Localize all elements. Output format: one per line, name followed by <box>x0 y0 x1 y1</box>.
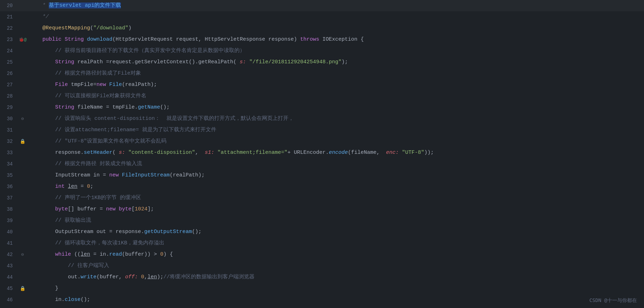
code-line: 47 <box>0 306 644 308</box>
code-line: 24 // 获得当前项目路径下的下载文件（真实开发中文件名肯定是从数据中读取的） <box>0 45 644 57</box>
code-line: 41 // 循环读取文件，每次读1KB，避免内存溢出 <box>0 238 644 249</box>
line-number: 29 <box>0 105 18 110</box>
line-number: 40 <box>0 229 18 235</box>
line-content: File tmpFile=new File(realPath); <box>27 79 644 91</box>
line-number: 41 <box>0 240 18 246</box>
line-content: in.close(); <box>27 294 644 306</box>
line-number: 46 <box>0 297 18 303</box>
code-line: 31 // 设置attachment;filename= 就是为了以下载方式来打… <box>0 124 644 136</box>
code-line: 37 // 声明了一个1KB的字节 的缓冲区 <box>0 192 644 204</box>
line-content: String fileName = tmpFile.getName(); <box>27 102 644 113</box>
code-line: 42⊖ while ((len = in.read(buffer)) > 0) … <box>0 249 644 260</box>
line-content: while ((len = in.read(buffer)) > 0) { <box>27 249 644 260</box>
code-line: 23🐞@ public String download(HttpServletR… <box>0 34 644 45</box>
line-number: 21 <box>0 14 18 20</box>
code-line: 30⊖ // 设置响应头 content-disposition： 就是设置文件… <box>0 113 644 124</box>
line-number: 23 <box>0 37 18 42</box>
line-content: response.setHeader( s: "content-disposit… <box>27 147 644 158</box>
line-number: 33 <box>0 150 18 156</box>
line-content: // "UTF-8"设置如果文件名有中文就不会乱码 <box>27 136 644 147</box>
line-content: int len = 0; <box>27 181 644 192</box>
code-line: 33 response.setHeader( s: "content-dispo… <box>0 147 644 158</box>
line-content: // 获得当前项目路径下的下载文件（真实开发中文件名肯定是从数据中读取的） <box>27 45 644 57</box>
line-content: // 可以直接根据File对象获得文件名 <box>27 91 644 102</box>
line-content: // 循环读取文件，每次读1KB，避免内存溢出 <box>27 238 644 249</box>
line-number: 30 <box>0 116 18 122</box>
line-number: 36 <box>0 184 18 190</box>
line-content: // 根据文件路径 封装成文件输入流 <box>27 158 644 170</box>
code-line: 22 @RequestMapping("/download") <box>0 23 644 34</box>
line-number: 43 <box>0 263 18 269</box>
line-number: 25 <box>0 59 18 65</box>
code-line: 29 String fileName = tmpFile.getName(); <box>0 102 644 113</box>
code-line: 35 InputStream in = new FileInputStream(… <box>0 170 644 181</box>
code-line: 20 * 基于servlet api的文件下载 <box>0 0 644 11</box>
line-content: InputStream in = new FileInputStream(rea… <box>27 170 644 181</box>
line-content: public String download(HttpServletReques… <box>27 34 644 45</box>
line-content: * 基于servlet api的文件下载 <box>27 0 644 11</box>
code-line: 46 in.close(); <box>0 294 644 306</box>
line-content: byte[] buffer = new byte[1024]; <box>27 204 644 215</box>
code-line: 25 String realPath =request.getServletCo… <box>0 57 644 68</box>
fold-icon[interactable]: ⊖ <box>21 116 24 122</box>
line-number: 45 <box>0 286 18 291</box>
gutter-icons: 🐞@ <box>19 37 27 42</box>
line-number: 27 <box>0 82 18 88</box>
line-number: 28 <box>0 93 18 99</box>
code-line: 45🔒 } <box>0 283 644 294</box>
lock-icon: 🔒 <box>20 139 25 144</box>
line-number: 42 <box>0 252 18 257</box>
line-number: 32 <box>0 139 18 144</box>
watermark: CSDN @十一与你都在 <box>589 297 637 304</box>
code-line: 38 byte[] buffer = new byte[1024]; <box>0 204 644 215</box>
line-number: 44 <box>0 274 18 280</box>
code-line: 36 int len = 0; <box>0 181 644 192</box>
line-gutter: 🔒 <box>18 286 27 291</box>
fold-icon[interactable]: ⊖ <box>21 252 24 257</box>
line-number: 24 <box>0 48 18 54</box>
line-content: @RequestMapping("/download") <box>27 23 644 34</box>
code-line: 32🔒 // "UTF-8"设置如果文件名有中文就不会乱码 <box>0 136 644 147</box>
line-content: */ <box>27 11 644 23</box>
code-line: 43 // 往客户端写入 <box>0 260 644 272</box>
line-number: 31 <box>0 127 18 133</box>
code-line: 28 // 可以直接根据File对象获得文件名 <box>0 91 644 102</box>
code-line: 44 out.write(buffer, off: 0,len);//将缓冲区的… <box>0 272 644 283</box>
line-content: } <box>27 283 644 294</box>
line-number: 22 <box>0 25 18 31</box>
line-content: // 设置attachment;filename= 就是为了以下载方式来打开文件 <box>27 124 644 136</box>
line-content: // 往客户端写入 <box>27 260 644 272</box>
line-content: out.write(buffer, off: 0,len);//将缓冲区的数据输… <box>27 272 644 283</box>
line-content: // 设置响应头 content-disposition： 就是设置文件下载的打… <box>27 113 644 124</box>
line-gutter: ⊖ <box>18 252 27 257</box>
code-line: 21 */ <box>0 11 644 23</box>
lock-icon: 🔒 <box>20 286 25 291</box>
code-editor: 20 * 基于servlet api的文件下载21 */22 @RequestM… <box>0 0 644 308</box>
line-number: 20 <box>0 3 18 8</box>
line-number: 37 <box>0 195 18 201</box>
line-gutter: 🔒 <box>18 139 27 144</box>
code-line: 40 OutputStream out = response.getOutput… <box>0 226 644 238</box>
line-gutter: 🐞@ <box>18 37 27 42</box>
line-number: 38 <box>0 207 18 212</box>
line-content: OutputStream out = response.getOutputStr… <box>27 226 644 238</box>
line-content: // 声明了一个1KB的字节 的缓冲区 <box>27 192 644 204</box>
line-content: String realPath =request.getServletConte… <box>27 57 644 68</box>
code-line: 26 // 根据文件路径封装成了File对象 <box>0 68 644 79</box>
line-number: 39 <box>0 218 18 223</box>
line-content: // 获取输出流 <box>27 215 644 226</box>
line-number: 26 <box>0 71 18 76</box>
line-number: 34 <box>0 161 18 167</box>
line-content: // 根据文件路径封装成了File对象 <box>27 68 644 79</box>
line-gutter: ⊖ <box>18 116 27 122</box>
code-line: 27 File tmpFile=new File(realPath); <box>0 79 644 91</box>
code-line: 34 // 根据文件路径 封装成文件输入流 <box>0 158 644 170</box>
code-line: 39 // 获取输出流 <box>0 215 644 226</box>
line-number: 35 <box>0 173 18 178</box>
